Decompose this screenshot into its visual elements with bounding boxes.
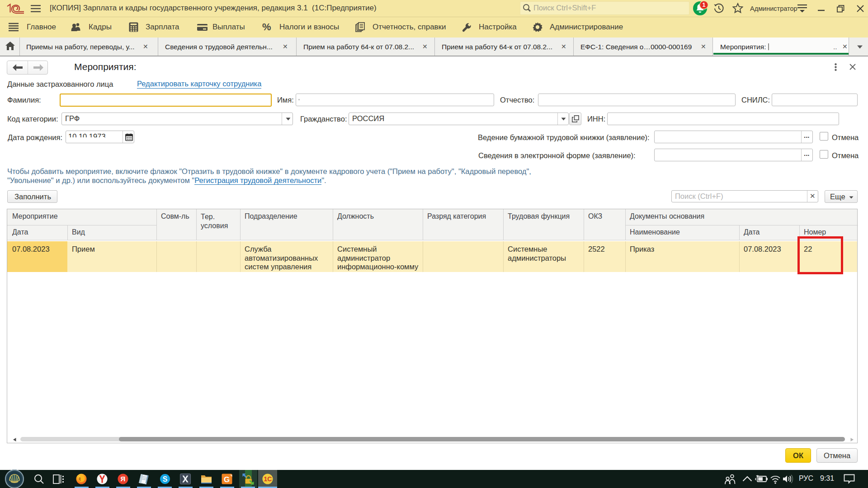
svg-text:G: G xyxy=(224,475,230,484)
svg-text:S: S xyxy=(163,475,168,483)
svg-text:1С: 1С xyxy=(264,475,272,483)
svg-text:Я: Я xyxy=(121,475,126,483)
svg-text:1: 1 xyxy=(703,2,706,8)
